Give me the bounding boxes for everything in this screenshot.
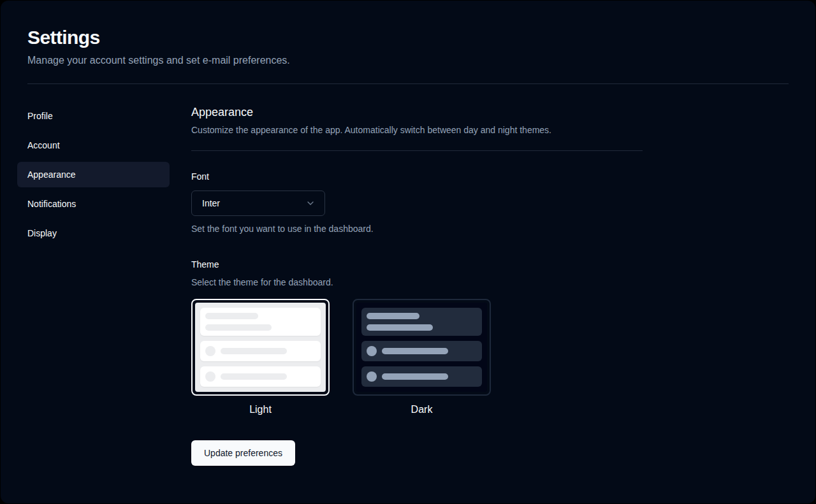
- page-subtitle: Manage your account settings and set e-m…: [27, 53, 789, 68]
- header-divider: [27, 83, 789, 84]
- light-theme-preview: [191, 299, 330, 396]
- dark-theme-caption: Dark: [353, 396, 491, 417]
- skeleton-line: [367, 313, 419, 319]
- light-theme-caption: Light: [191, 396, 330, 417]
- skeleton-line: [221, 373, 287, 380]
- appearance-section: Appearance Customize the appearance of t…: [191, 103, 643, 466]
- sidebar-item-profile[interactable]: Profile: [17, 103, 170, 129]
- dark-preview-panel: [356, 303, 487, 392]
- theme-help-text: Select the theme for the dashboard.: [191, 276, 643, 289]
- theme-option-light[interactable]: Light: [191, 299, 330, 417]
- section-heading: Appearance: [191, 103, 643, 121]
- skeleton-line: [205, 324, 272, 331]
- sidebar-item-account[interactable]: Account: [17, 133, 170, 158]
- skeleton-dot: [205, 346, 215, 356]
- dark-theme-preview: [353, 299, 491, 396]
- skeleton-line: [367, 324, 433, 331]
- skeleton-dot: [205, 371, 215, 382]
- settings-page: Settings Manage your account settings an…: [1, 1, 815, 503]
- sidebar-item-display[interactable]: Display: [17, 220, 170, 246]
- page-title: Settings: [27, 26, 789, 49]
- font-field: Font Inter Set the font you want to use …: [191, 170, 643, 235]
- skeleton-line: [221, 348, 287, 354]
- sidebar-item-appearance[interactable]: Appearance: [17, 162, 170, 187]
- font-select[interactable]: Inter: [191, 191, 325, 216]
- theme-label: Theme: [191, 258, 643, 271]
- light-preview-panel: [195, 303, 326, 392]
- preview-card: [200, 308, 321, 336]
- theme-field: Theme Select the theme for the dashboard…: [191, 258, 643, 417]
- theme-option-dark[interactable]: Dark: [353, 299, 491, 417]
- font-select-value: Inter: [202, 198, 220, 208]
- font-label: Font: [191, 170, 643, 183]
- update-preferences-button[interactable]: Update preferences: [191, 440, 295, 466]
- section-description: Customize the appearance of the app. Aut…: [191, 124, 643, 136]
- skeleton-line: [382, 348, 448, 354]
- settings-sidebar: Profile Account Appearance Notifications…: [17, 103, 170, 246]
- skeleton-line: [205, 313, 258, 319]
- preview-card: [361, 366, 482, 387]
- chevron-down-icon: [305, 198, 316, 208]
- sidebar-item-notifications[interactable]: Notifications: [17, 191, 170, 217]
- settings-layout: Profile Account Appearance Notifications…: [27, 103, 789, 466]
- preview-card: [200, 366, 321, 387]
- page-header: Settings Manage your account settings an…: [27, 26, 789, 68]
- font-help-text: Set the font you want to use in the dash…: [191, 222, 643, 235]
- skeleton-line: [382, 373, 448, 380]
- preview-card: [200, 341, 321, 361]
- section-divider: [191, 150, 643, 151]
- theme-options: Light: [191, 299, 643, 417]
- preview-card: [361, 308, 482, 336]
- skeleton-dot: [367, 346, 377, 356]
- skeleton-dot: [367, 371, 377, 382]
- preview-card: [361, 341, 482, 361]
